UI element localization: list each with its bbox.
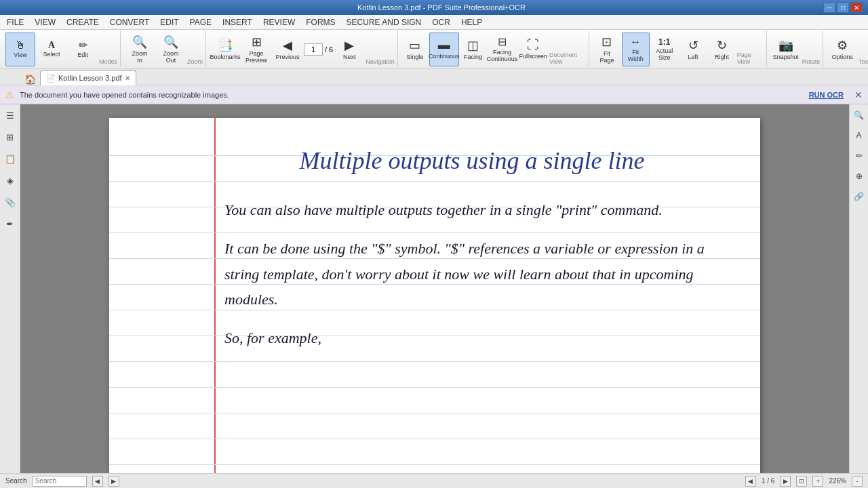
page-info-status: 1 / 6 [762,477,774,485]
single-view-button[interactable]: ▭ Single [402,33,428,66]
h-line-12 [109,439,760,439]
notification-warning-icon: ⚠ [5,89,14,100]
menu-edit[interactable]: EDIT [155,15,184,29]
zoom-out-icon: 🔍 [163,35,178,49]
maximize-button[interactable]: □ [837,2,849,13]
main-area: ☰ ⊞ 📋 ◈ 📎 ✒ [0,104,868,473]
right-label: Right [715,54,729,61]
right-sidebar-search[interactable]: 🔍 [851,107,867,123]
sidebar-attachments[interactable]: 📎 [2,194,18,210]
title-bar: Kotlin Lesson 3.pdf - PDF Suite Professi… [0,0,868,15]
continuous-view-icon: ▬ [438,38,450,52]
right-sidebar-link[interactable]: 🔗 [851,188,867,205]
select-icon: A [48,41,55,50]
menu-page[interactable]: PAGE [184,15,217,29]
menu-create[interactable]: CREATE [61,15,104,29]
menu-convert[interactable]: CONVERT [104,15,155,29]
menu-file[interactable]: FILE [1,15,29,29]
notification-close-button[interactable]: ✕ [854,89,863,100]
options-button[interactable]: ⚙ Options [827,33,857,66]
zoom-in-status-button[interactable]: + [812,476,823,487]
snapshot-button[interactable]: 📷 Snapshot [771,33,801,66]
page-next-status-button[interactable]: ▶ [780,476,791,487]
page-prev-status-button[interactable]: ◀ [745,476,756,487]
fit-page-status-button[interactable]: ⊡ [796,476,807,487]
previous-page-button[interactable]: ◀ Previous [273,33,302,66]
right-sidebar-edit[interactable]: ✏ [851,148,867,164]
menu-review[interactable]: REVIEW [258,15,300,29]
menu-ocr[interactable]: OCR [427,15,456,29]
menu-insert[interactable]: INSERT [217,15,258,29]
page-number-input[interactable] [304,43,323,56]
next-icon: ▶ [344,38,354,53]
view-label: View [14,52,26,59]
rotate-right-button[interactable]: ↻ Right [708,33,735,66]
facing-continuous-label: FacingContinuous [487,49,518,63]
left-sidebar: ☰ ⊞ 📋 ◈ 📎 ✒ [0,104,20,473]
actual-size-icon: 1:1 [658,37,670,47]
minimize-button[interactable]: ─ [823,2,835,13]
toolbar-tools-section: ⚙ Options Tools [825,31,868,67]
bookmarks-label: Bookmarks [210,54,241,61]
facing-continuous-view-button[interactable]: ⊟ FacingContinuous [488,33,517,66]
search-next-button[interactable]: ▶ [108,476,119,487]
toolbar-zoom-section: 🔍 ZoomIn 🔍 ZoomOut Zoom [122,31,206,67]
menu-view[interactable]: VIEW [29,15,61,29]
menu-forms[interactable]: FORMS [300,15,340,29]
snapshot-icon: 📷 [778,38,793,53]
options-icon: ⚙ [837,38,848,53]
rotate-label: Rotate [802,58,821,67]
run-ocr-button[interactable]: RUN OCR [809,91,844,99]
view-icon: 🖱 [15,40,26,51]
next-page-button[interactable]: ▶ Next [334,33,364,66]
fit-width-button[interactable]: ↔ FitWidth [622,33,649,66]
pdf-title: Multiple outputs using a single line [224,131,719,184]
continuous-view-label: Continuous [429,54,460,60]
actual-size-button[interactable]: 1:1 ActualSize [651,33,678,66]
facing-view-button[interactable]: ◫ Facing [460,33,486,66]
select-tool-button[interactable]: A Select [37,33,66,66]
zoom-in-button[interactable]: 🔍 ZoomIn [125,33,155,66]
fullscreen-button[interactable]: ⛶ Fullscreen [519,33,549,66]
sidebar-bookmarks-panel[interactable]: 📋 [2,150,18,167]
sidebar-thumbnails[interactable]: ⊞ [2,129,18,145]
sidebar-signatures[interactable]: ✒ [2,216,18,232]
page-preview-label: PagePreview [245,51,267,64]
right-sidebar-add[interactable]: ⊕ [851,168,867,184]
status-right: ◀ 1 / 6 ▶ ⊡ + 226% - [745,476,863,487]
menu-help[interactable]: HELP [456,15,488,29]
zoom-out-status-button[interactable]: - [852,476,863,487]
home-tab-icon[interactable]: 🏠 [20,74,40,85]
pdf-area[interactable]: Multiple outputs using a single line You… [20,104,849,473]
zoom-in-label: ZoomIn [132,51,148,64]
rotate-left-icon: ↺ [688,38,698,53]
status-left: Search ◀ ▶ [5,476,734,487]
previous-label: Previous [276,54,300,61]
edit-tool-button[interactable]: ✏ Edit [68,33,98,66]
rotate-left-button[interactable]: ↺ Left [679,33,707,66]
right-sidebar-text[interactable]: A [851,127,867,144]
tab-label: Kotlin Lesson 3.pdf [58,74,122,82]
continuous-view-button[interactable]: ▬ Continuous [429,33,459,66]
tab-file-icon: 📄 [46,74,56,83]
zoom-level-display: 226% [829,477,846,485]
fit-page-button[interactable]: ⊡ FitPage [593,33,620,66]
modes-label: Modes [99,58,117,67]
bookmarks-button[interactable]: 📑 Bookmarks [210,33,240,66]
h-line-13 [109,464,760,465]
search-prev-button[interactable]: ◀ [92,476,103,487]
menu-secure-sign[interactable]: SECURE AND SIGN [341,15,427,29]
view-tool-button[interactable]: 🖱 View [5,33,35,66]
sidebar-layers[interactable]: ◈ [2,172,18,188]
sidebar-panel-toggle[interactable]: ☰ [2,107,18,123]
fit-page-label: FitPage [599,51,614,64]
title-bar-controls: ─ □ ✕ [823,2,863,13]
single-view-icon: ▭ [409,38,420,53]
page-preview-button[interactable]: ⊞ PagePreview [241,33,271,66]
tab-kotlin-lesson-3[interactable]: 📄 Kotlin Lesson 3.pdf ✕ [40,70,136,85]
zoom-out-button[interactable]: 🔍 ZoomOut [156,33,186,66]
page-number-group: / 6 [304,43,333,56]
close-button[interactable]: ✕ [850,2,863,13]
search-input[interactable] [33,476,87,487]
tab-close-button[interactable]: ✕ [125,75,130,82]
